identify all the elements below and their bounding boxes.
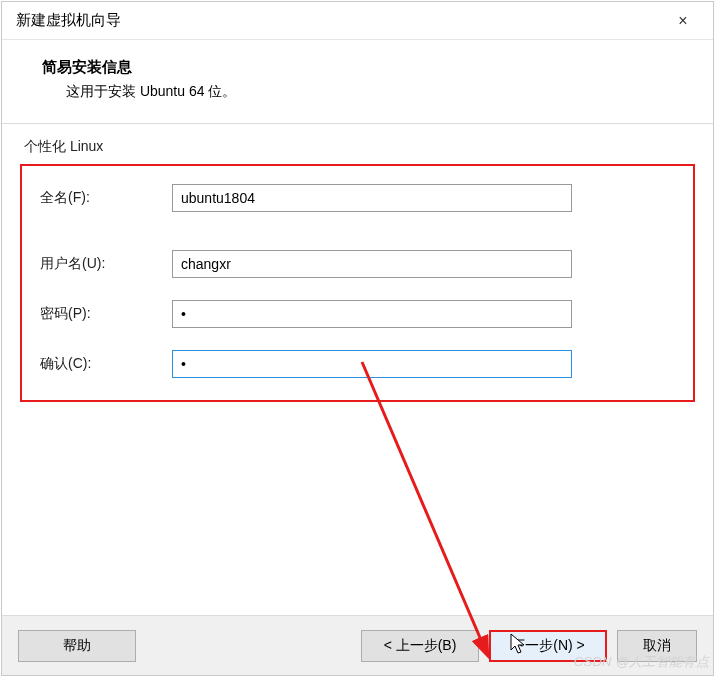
header-subheading: 这用于安装 Ubuntu 64 位。 [42,83,673,101]
svg-line-1 [362,362,487,654]
input-username[interactable] [172,250,572,278]
wizard-header: 简易安装信息 这用于安装 Ubuntu 64 位。 [2,40,713,123]
wizard-window: 新建虚拟机向导 × 简易安装信息 这用于安装 Ubuntu 64 位。 个性化 … [1,1,714,676]
input-password[interactable] [172,300,572,328]
help-button[interactable]: 帮助 [18,630,136,662]
row-password: 密码(P): [40,300,675,328]
row-fullname: 全名(F): [40,184,675,212]
group-label-linux: 个性化 Linux [24,138,695,156]
input-fullname[interactable] [172,184,572,212]
label-password: 密码(P): [40,305,172,323]
label-username: 用户名(U): [40,255,172,273]
wizard-body: 个性化 Linux 全名(F): 用户名(U): 密码(P): 确认(C): [2,124,713,615]
titlebar: 新建虚拟机向导 × [2,2,713,40]
back-button[interactable]: < 上一步(B) [361,630,479,662]
close-icon[interactable]: × [663,6,703,36]
row-confirm: 确认(C): [40,350,675,378]
label-confirm: 确认(C): [40,355,172,373]
window-title: 新建虚拟机向导 [16,11,663,30]
label-fullname: 全名(F): [40,189,172,207]
input-confirm[interactable] [172,350,572,378]
watermark: CSDN @人工智能有点 [574,653,709,671]
form-highlight-box: 全名(F): 用户名(U): 密码(P): 确认(C): [20,164,695,402]
header-heading: 简易安装信息 [42,58,673,77]
row-username: 用户名(U): [40,250,675,278]
